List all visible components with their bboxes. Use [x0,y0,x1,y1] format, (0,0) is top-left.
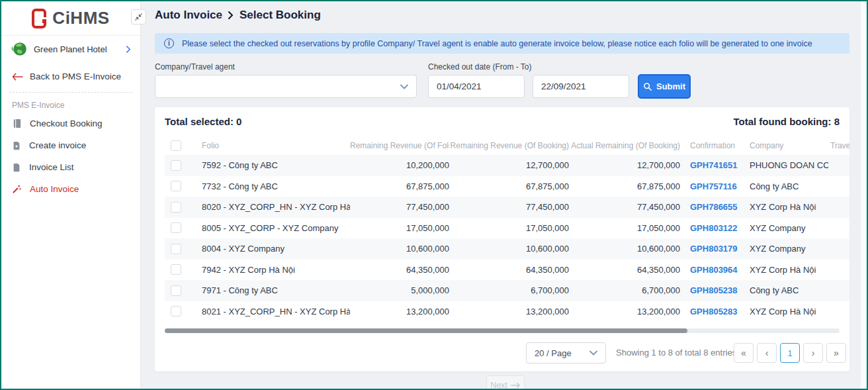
sidebar-item-label: Checkout Booking [30,119,103,128]
sidebar-item-invoice-list[interactable]: Invoice List [1,156,140,178]
page-size-select[interactable]: 20 / Page [526,342,606,364]
row-checkbox[interactable] [171,306,181,317]
arrow-right-icon [511,382,521,389]
folio-cell: 7732 - Công ty ABC [191,181,350,191]
row-checkbox[interactable] [171,244,181,254]
totals-row: Total selected: 0 Total found booking: 8 [165,116,840,127]
row-checkbox[interactable] [171,202,181,213]
sidebar-item-checkout-booking[interactable]: Checkout Booking [1,113,140,134]
company-agent-select[interactable] [155,75,417,98]
pagination-summary: Showing 1 to 8 of total 8 entries [616,342,736,364]
table-row: 8005 - XYZ_CORP - XYZ Company 17,050,000… [165,218,849,239]
pagination-bar: 20 / Page Showing 1 to 8 of total 8 entr… [155,342,840,364]
row-checkbox[interactable] [171,222,181,233]
submit-button[interactable]: Submit [638,74,691,99]
row-checkbox[interactable] [171,264,181,275]
page-size-value: 20 / Page [535,348,572,358]
hotel-selector[interactable]: Green Planet Hotel [1,36,140,62]
horizontal-scrollbar-thumb[interactable] [165,328,687,333]
table-row: 8004 - XYZ Company 10,600,000 10,600,000… [165,238,849,260]
date-from-input[interactable] [428,75,525,98]
breadcrumb-chevron-icon [228,11,234,19]
info-icon: i [164,38,174,48]
actual-remaining-cell: 17,050,000 [569,223,680,233]
company-cell: XYZ Corp Hà Nội [746,202,828,212]
company-cell: XYZ Company [746,223,828,233]
row-checkbox[interactable] [171,181,181,191]
logo: CiHMS [1,1,140,36]
column-header-company: Company [746,141,828,150]
main-content: Auto Invoice Select Booking i Please sel… [141,1,867,389]
magic-wand-icon [12,184,22,194]
sidebar: CiHMS Green Planet Hotel [1,1,141,389]
actual-remaining-cell: 67,875,000 [569,181,680,191]
column-header-confirmation: Confirmation [680,141,746,150]
remaining-revenue-folio-cell: 10,200,000 [350,160,449,170]
column-header-actual: Actual Remaining (Of Booking) [569,141,680,150]
last-page-button[interactable]: » [826,343,846,363]
breadcrumb: Auto Invoice Select Booking [155,9,321,22]
company-cell: XYZ Corp Hà Nội [746,265,828,275]
sidebar-collapse-button[interactable] [131,9,146,24]
actual-remaining-cell: 10,600,000 [569,244,680,254]
remaining-revenue-folio-cell: 77,450,000 [350,202,449,212]
actual-remaining-cell: 13,200,000 [569,307,680,317]
company-agent-label: Company/Travel agent [155,62,235,72]
company-cell: Công ty ABC [746,285,828,295]
horizontal-scrollbar-track[interactable] [165,328,840,333]
confirmation-link[interactable]: GPH741651 [690,160,738,170]
chevron-down-icon [589,350,597,356]
column-header-rr-booking: Remaining Revenue (Of Booking) [449,141,569,150]
prev-page-button[interactable]: ‹ [757,343,777,363]
app-window: CiHMS Green Planet Hotel [0,0,868,390]
confirmation-link[interactable]: GPH805283 [690,307,738,317]
submit-button-label: Submit [656,81,685,91]
confirmation-link[interactable]: GPH803122 [690,223,738,233]
select-all-checkbox[interactable] [171,140,181,151]
total-found: Total found booking: 8 [733,116,840,127]
confirmation-link[interactable]: GPH786655 [690,202,738,212]
next-step-button[interactable]: Next [486,375,525,390]
breadcrumb-parent[interactable]: Auto Invoice [155,9,222,22]
actual-remaining-cell: 64,350,000 [569,265,680,275]
actual-remaining-cell: 12,700,000 [569,160,680,170]
company-cell: XYZ Company [746,244,828,254]
checked-out-date-label: Checked out date (From - To) [428,62,532,72]
remaining-revenue-booking-cell: 17,050,000 [449,223,569,233]
page-1-button[interactable]: 1 [780,343,800,363]
pagination-buttons: « ‹ 1 › » [734,343,846,363]
collapse-icon [134,13,143,21]
confirmation-link[interactable]: GPH803964 [690,265,738,275]
next-step-label: Next [490,381,507,390]
remaining-revenue-booking-cell: 64,350,000 [449,265,569,275]
file-icon [12,163,21,172]
sidebar-section-label: PMS E-Invoice [1,93,140,113]
chevron-down-icon [400,84,408,89]
sidebar-item-create-invoice[interactable]: Create invoice [1,134,140,156]
confirmation-link[interactable]: GPH757116 [690,181,737,191]
search-icon [643,82,652,91]
sidebar-item-label: Invoice List [29,162,74,172]
folio-cell: 7592 - Công ty ABC [191,160,350,170]
confirmation-link[interactable]: GPH805238 [690,285,738,295]
company-cell: XYZ Corp Hà Nội [746,307,828,317]
remaining-revenue-folio-cell: 13,200,000 [350,307,449,317]
date-to-input[interactable] [533,75,629,98]
sidebar-item-auto-invoice[interactable]: Auto Invoice [1,178,140,200]
remaining-revenue-booking-cell: 13,200,000 [449,307,569,317]
confirmation-link[interactable]: GPH803179 [690,244,738,254]
table-row: 7732 - Công ty ABC 67,875,000 67,875,000… [165,176,849,197]
next-page-button[interactable]: › [803,343,823,363]
row-checkbox[interactable] [171,160,181,171]
remaining-revenue-folio-cell: 10,600,000 [350,244,449,254]
folio-cell: 8004 - XYZ Company [191,244,350,254]
book-icon [12,119,22,128]
remaining-revenue-booking-cell: 10,600,000 [449,244,569,254]
row-checkbox[interactable] [171,285,181,296]
remaining-revenue-booking-cell: 77,450,000 [449,202,569,212]
table-body: 7592 - Công ty ABC 10,200,000 12,700,000… [165,155,849,322]
info-banner: i Please select the checked out reservat… [155,33,849,54]
window-scrollbar[interactable] [860,1,867,389]
back-to-pms-link[interactable]: Back to PMS E-Invoice [1,62,140,89]
first-page-button[interactable]: « [734,343,754,363]
